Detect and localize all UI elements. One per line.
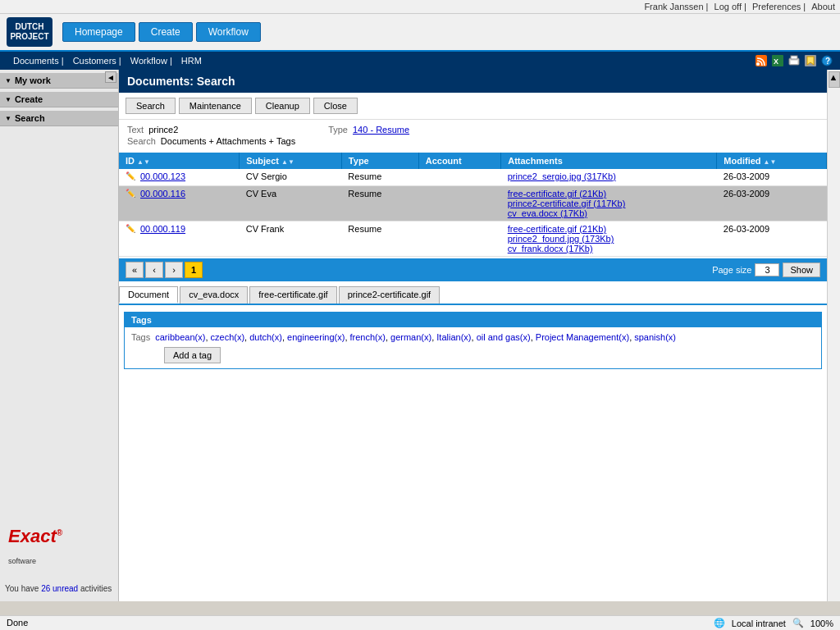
edit-document-icon[interactable]: ✏️ [126, 189, 137, 200]
svg-point-1 [756, 62, 760, 66]
current-page-button[interactable]: 1 [185, 262, 203, 278]
criteria-left: Text prince2 Search Documents + Attachme… [127, 125, 295, 146]
tag-project-management[interactable]: Project Management(x) [536, 332, 629, 342]
col-header-modified: Modified ▲▼ [717, 153, 827, 169]
attachment-link[interactable]: prince2_sergio.jpg (317Kb) [508, 171, 710, 181]
document-id-link[interactable]: 00.000.123 [140, 171, 185, 181]
page-size-input[interactable] [755, 263, 779, 276]
table-cell-account [418, 221, 501, 257]
sidebar-create-header[interactable]: Create [0, 92, 118, 107]
tab-cv-eva[interactable]: cv_eva.docx [180, 286, 248, 304]
tags-row: Tags caribbean(x), czech(x), dutch(x), e… [131, 332, 815, 342]
text-criteria-value: prince2 [148, 125, 178, 135]
svg-text:?: ? [825, 57, 830, 66]
tags-value: caribbean(x), czech(x), dutch(x), engine… [155, 332, 676, 342]
workflow-nav-button[interactable]: Workflow [196, 22, 261, 42]
tag-spanish[interactable]: spanish(x) [634, 332, 676, 342]
table-cell-subject: CV Sergio [240, 169, 342, 186]
content-area: Documents: Search Search Maintenance Cle… [119, 70, 827, 601]
text-criteria-label: Text [127, 125, 144, 135]
tag-italian[interactable]: Italian(x) [436, 332, 471, 342]
text-criteria-row: Text prince2 [127, 125, 295, 135]
show-button[interactable]: Show [783, 262, 820, 277]
logo-line1: DUTCH [15, 22, 43, 31]
tag-engineering[interactable]: engineering(x) [287, 332, 345, 342]
edit-document-icon[interactable]: ✏️ [126, 224, 137, 235]
unread-activities-link[interactable]: 26 unread [41, 584, 78, 593]
help-icon[interactable]: ? [820, 54, 833, 67]
rss-icon[interactable] [755, 54, 768, 67]
tag-french[interactable]: french(x) [350, 332, 386, 342]
col-header-subject: Subject ▲▼ [240, 153, 342, 169]
hrm-nav-link[interactable]: HRM [181, 56, 202, 66]
col-header-account: Account [418, 153, 501, 169]
table-row[interactable]: ✏️00.000.123CV SergioResumeprince2_sergi… [119, 169, 827, 186]
scroll-up-arrow[interactable]: ▲ [829, 71, 840, 88]
sidebar: ◄ My work Create Search Exact® software … [0, 70, 119, 601]
tab-prince2-certificate[interactable]: prince2-certificate.gif [339, 286, 441, 304]
tag-oil-and-gas[interactable]: oil and gas(x) [477, 332, 531, 342]
bookmark-icon[interactable] [804, 54, 817, 67]
sidebar-collapse-button[interactable]: ◄ [105, 71, 116, 83]
col-header-type: Type [341, 153, 418, 169]
about-link[interactable]: About [811, 2, 835, 11]
tags-header: Tags [125, 313, 821, 327]
document-id-link[interactable]: 00.000.116 [140, 189, 185, 199]
top-bar: Frank Janssen | Log off | Preferences | … [0, 0, 840, 14]
attachment-link[interactable]: prince2-certificate.gif (117Kb) [508, 199, 710, 208]
attachment-link[interactable]: free-certificate.gif (21Kb) [508, 189, 710, 199]
right-scrollbar[interactable]: ▲ [827, 70, 840, 601]
homepage-button[interactable]: Homepage [62, 22, 135, 42]
workflow-content-nav-link[interactable]: Workflow [130, 56, 167, 66]
print-icon[interactable] [788, 54, 801, 67]
documents-nav-link[interactable]: Documents [13, 56, 59, 66]
table-cell-attachments: free-certificate.gif (21Kb)prince2_found… [501, 221, 717, 257]
sidebar-search-header[interactable]: Search [0, 111, 118, 126]
search-button[interactable]: Search [126, 98, 176, 114]
criteria-right: Type 140 - Resume [328, 125, 409, 146]
search-criteria-value: Documents + Attachments + Tags [161, 136, 295, 146]
close-button[interactable]: Close [313, 98, 358, 114]
maintenance-button[interactable]: Maintenance [179, 98, 252, 114]
table-cell-id: ✏️00.000.119 [119, 221, 240, 257]
customers-nav-link[interactable]: Customers [73, 56, 116, 66]
table-row[interactable]: ✏️00.000.119CV FrankResumefree-certifica… [119, 221, 827, 257]
add-tag-button[interactable]: Add a tag [164, 347, 221, 363]
search-criteria-row: Search Documents + Attachments + Tags [127, 136, 295, 146]
tags-content: Tags caribbean(x), czech(x), dutch(x), e… [125, 327, 821, 368]
attachment-link[interactable]: prince2_found.jpg (173Kb) [508, 234, 710, 244]
table-body: ✏️00.000.123CV SergioResumeprince2_sergi… [119, 169, 827, 257]
document-id-link[interactable]: 00.000.119 [140, 224, 185, 234]
excel-icon[interactable]: X [771, 54, 784, 67]
table-row[interactable]: ✏️00.000.116CV EvaResumefree-certificate… [119, 186, 827, 221]
table-cell-modified: 26-03-2009 [717, 169, 827, 186]
logoff-link[interactable]: Log off [714, 2, 742, 11]
table-cell-subject: CV Frank [240, 221, 342, 257]
sidebar-my-work-header[interactable]: My work [0, 73, 118, 89]
tag-german[interactable]: german(x) [390, 332, 431, 342]
cleanup-button[interactable]: Cleanup [255, 98, 310, 114]
attachment-link[interactable]: cv_frank.docx (17Kb) [508, 244, 710, 253]
tab-document[interactable]: Document [119, 286, 178, 304]
tags-section: Tags Tags caribbean(x), czech(x), dutch(… [124, 312, 822, 369]
attachment-link[interactable]: free-certificate.gif (21Kb) [508, 224, 710, 234]
first-page-button[interactable]: « [126, 262, 144, 278]
tag-dutch[interactable]: dutch(x) [249, 332, 282, 342]
next-page-button[interactable]: › [165, 262, 183, 278]
tag-caribbean[interactable]: caribbean(x) [155, 332, 205, 342]
content-nav: Documents | Customers | Workflow | HRM [7, 56, 202, 66]
table-cell-type: Resume [341, 221, 418, 257]
preferences-link[interactable]: Preferences [752, 2, 801, 11]
result-table: ID ▲▼ Subject ▲▼ Type Account Attachment… [119, 153, 827, 257]
create-nav-button[interactable]: Create [139, 22, 193, 42]
tag-czech[interactable]: czech(x) [211, 332, 245, 342]
sidebar-section-search: Search [0, 111, 118, 126]
detail-tabs: Document cv_eva.docx free-certificate.gi… [119, 286, 827, 305]
type-criteria-link[interactable]: 140 - Resume [353, 125, 409, 135]
svg-text:X: X [774, 57, 778, 66]
edit-document-icon[interactable]: ✏️ [126, 171, 137, 183]
prev-page-button[interactable]: ‹ [145, 262, 163, 278]
attachment-link[interactable]: cv_eva.docx (17Kb) [508, 208, 710, 218]
tab-free-certificate[interactable]: free-certificate.gif [249, 286, 336, 304]
logo-line2: PROJECT [10, 32, 48, 41]
